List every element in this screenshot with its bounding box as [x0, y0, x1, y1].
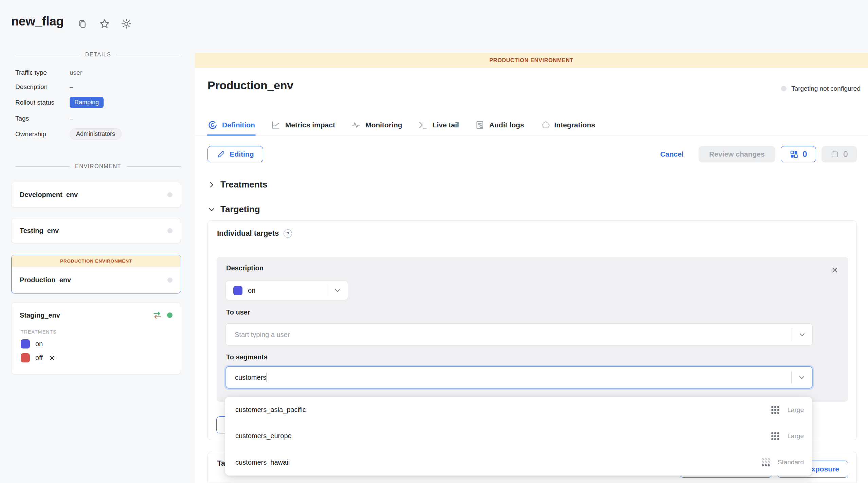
text-caret: [267, 373, 267, 382]
metrics-chart-icon: [271, 120, 281, 130]
details-heading: DETAILS: [85, 52, 111, 58]
cancel-button[interactable]: Cancel: [660, 150, 684, 158]
select-chevron: [327, 285, 348, 296]
targeting-section-toggle[interactable]: Targeting: [207, 204, 260, 215]
pulse-icon: [351, 120, 361, 130]
tab-bar: Definition Metrics impact Monitoring Liv…: [207, 114, 595, 136]
chevron-down-icon: [207, 205, 216, 214]
details-divider: DETAILS: [15, 52, 181, 58]
ownership-pill: Administrators: [70, 128, 122, 140]
environment-title: Production_env: [207, 79, 293, 92]
detail-row-ownership: Ownership Administrators: [15, 128, 181, 140]
toolbar-right: Cancel Review changes 0 0: [660, 146, 857, 162]
detail-row-rollout-status: Rollout status Ramping: [15, 97, 181, 108]
to-user-label: To user: [226, 308, 250, 316]
env-name: Staging_env: [20, 311, 60, 319]
detail-label: Ownership: [15, 130, 70, 138]
env-name: Development_env: [20, 191, 78, 199]
segments-dropdown: customers_asia_pacific Large customers_e…: [225, 397, 812, 476]
treatment-color-off: [21, 353, 30, 362]
treatment-name: off: [35, 354, 43, 362]
to-segments-input[interactable]: customers: [225, 366, 813, 389]
terminal-icon: [418, 120, 428, 130]
changes-counter-button[interactable]: 0: [781, 146, 816, 162]
detail-value: –: [70, 115, 73, 122]
to-user-input[interactable]: Start typing a user: [225, 323, 813, 346]
environment-divider: ENVIRONMENT: [15, 163, 181, 169]
environment-heading: ENVIRONMENT: [75, 163, 121, 169]
close-icon: [831, 266, 838, 274]
segment-name: customers_hawaii: [235, 459, 290, 466]
tab-definition[interactable]: Definition: [207, 114, 255, 136]
env-card-production[interactable]: PRODUCTION ENVIRONMENT Production_env: [11, 255, 181, 293]
segment-size: Standard: [778, 459, 804, 466]
detail-value: –: [70, 83, 73, 91]
env-status-dot: [167, 228, 173, 233]
puzzle-icon: [540, 120, 550, 130]
pencil-icon: [217, 150, 225, 159]
status-dot: [781, 86, 786, 91]
to-user-placeholder: Start typing a user: [235, 331, 290, 339]
definition-target-icon: [207, 120, 218, 130]
targeting-rules-heading-partial: Ta: [217, 459, 225, 468]
status-badge: Ramping: [70, 97, 104, 108]
treatment-select-value: on: [248, 287, 255, 294]
treatment-color-swatch: [233, 286, 242, 295]
segment-option-hawaii[interactable]: customers_hawaii Standard: [225, 449, 812, 476]
treatments-heading: Treatments: [220, 179, 268, 190]
tab-metrics-impact[interactable]: Metrics impact: [271, 114, 335, 136]
tab-monitoring[interactable]: Monitoring: [351, 114, 402, 136]
schedule-count: 0: [843, 149, 848, 159]
treatment-row-on: on: [12, 335, 181, 348]
input-chevron: [792, 328, 812, 341]
env-card-testing[interactable]: Testing_env: [11, 218, 181, 243]
env-status-dot-green: [167, 312, 173, 318]
env-status-dot: [167, 192, 173, 197]
detail-row-tags: Tags –: [15, 115, 181, 122]
segment-grid-icon-dotted: [761, 457, 771, 467]
treatment-color-on: [21, 339, 30, 348]
to-segments-value: customers: [235, 374, 266, 381]
tab-live-tail[interactable]: Live tail: [418, 114, 459, 136]
targeting-heading: Targeting: [220, 204, 260, 215]
segment-size: Large: [787, 406, 804, 414]
segment-option-asia-pacific[interactable]: customers_asia_pacific Large: [225, 397, 812, 423]
detail-label: Traffic type: [15, 69, 70, 76]
detail-label: Description: [15, 83, 70, 91]
tab-integrations[interactable]: Integrations: [540, 114, 595, 136]
schedule-counter-button[interactable]: 0: [821, 146, 857, 162]
changes-count: 0: [802, 149, 807, 159]
status-text: Targeting not configured: [791, 85, 861, 92]
production-environment-banner: PRODUCTION ENVIRONMENT: [12, 255, 181, 267]
treatment-name: on: [35, 340, 43, 348]
editing-button[interactable]: Editing: [207, 146, 263, 162]
env-name: Production_env: [20, 276, 71, 284]
to-segments-label: To segments: [226, 353, 268, 361]
treatments-section-toggle[interactable]: Treatments: [207, 179, 268, 190]
individual-target-rule-card: Description on To user Start typing a us…: [217, 257, 848, 402]
treatments-caption: TREATMENTS: [12, 320, 181, 335]
remove-target-button[interactable]: [829, 264, 840, 276]
env-card-staging[interactable]: Staging_env TREATMENTS on off: [11, 302, 181, 374]
tab-audit-logs[interactable]: Audit logs: [475, 114, 524, 136]
default-treatment-asterisk-icon: [48, 354, 56, 362]
detail-label: Tags: [15, 115, 70, 122]
main-panel: PRODUCTION ENVIRONMENT Production_env Ta…: [195, 0, 868, 483]
help-icon[interactable]: ?: [284, 229, 292, 238]
production-environment-banner-main: PRODUCTION ENVIRONMENT: [195, 53, 868, 68]
description-label: Description: [226, 264, 264, 272]
segment-option-europe[interactable]: customers_europe Large: [225, 423, 812, 449]
grid-tiles-icon: [790, 150, 798, 159]
env-status-dot: [167, 278, 173, 283]
input-chevron: [791, 371, 812, 383]
env-name: Testing_env: [20, 227, 59, 235]
audit-log-icon: [475, 120, 485, 130]
targeting-status: Targeting not configured: [781, 85, 861, 92]
swap-arrows-icon: [152, 310, 162, 320]
segment-grid-icon-solid: [770, 405, 780, 415]
env-card-development[interactable]: Development_env: [11, 182, 181, 208]
treatment-row-off: off: [12, 348, 181, 362]
review-changes-button[interactable]: Review changes: [699, 146, 775, 162]
treatment-select[interactable]: on: [225, 281, 348, 300]
sidebar: DETAILS Traffic type user Description – …: [0, 0, 195, 483]
